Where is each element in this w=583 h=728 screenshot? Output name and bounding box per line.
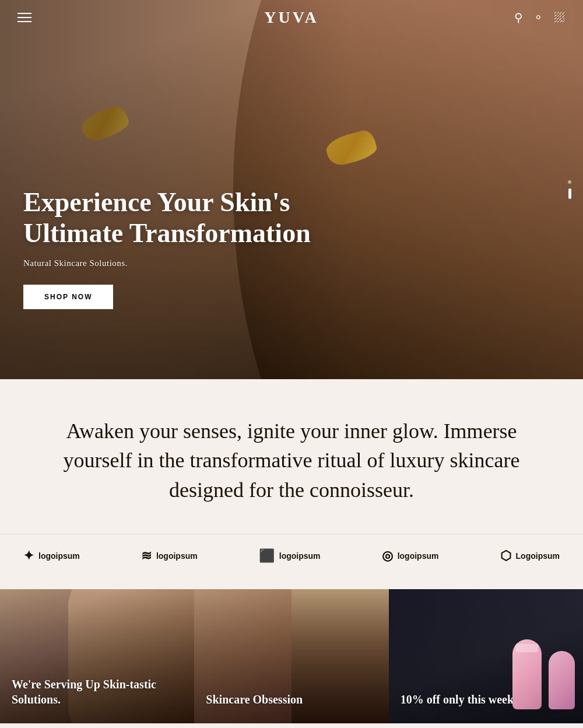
hero-content: Experience Your Skin's Ultimate Transfor… [23, 187, 350, 309]
logo-item-3: ⬛ logoipsum [259, 548, 321, 564]
card-1-label: We're Serving Up Skin-tastic Solutions. [0, 665, 194, 723]
slide-dot-1[interactable] [568, 180, 571, 184]
logo-icon-2: ≋ [141, 548, 152, 564]
tagline-text: Awaken your senses, ignite your inner gl… [58, 416, 525, 505]
product-tube-1 [512, 639, 542, 709]
cart-icon[interactable]: ⛆ [554, 11, 566, 24]
product-tubes [510, 639, 577, 712]
logo-icon-4: ◎ [382, 548, 393, 564]
logo-text-3: logoipsum [279, 551, 321, 561]
hero-title: Experience Your Skin's Ultimate Transfor… [23, 187, 350, 249]
navbar: YUVA ⚲ ⚬ ⛆ [0, 0, 583, 35]
shop-now-button[interactable]: SHOP NOW [23, 285, 113, 309]
card-skincare-obsession[interactable]: Skincare Obsession [194, 589, 388, 723]
slide-dot-2[interactable] [568, 188, 571, 199]
logo-text-5: Logoipsum [516, 551, 560, 561]
hamburger-menu-icon[interactable] [17, 13, 31, 22]
logo-icon-3: ⬛ [259, 548, 275, 564]
nav-left [17, 13, 31, 22]
logo-item-2: ≋ logoipsum [141, 548, 198, 564]
card-skin-tastic[interactable]: We're Serving Up Skin-tastic Solutions. [0, 589, 194, 723]
tagline-section: Awaken your senses, ignite your inner gl… [0, 379, 583, 534]
logo-text-2: logoipsum [156, 551, 198, 561]
logo-item-4: ◎ logoipsum [382, 548, 439, 564]
logo-icon-5: ⬡ [500, 548, 511, 564]
card-discount[interactable]: 10% off only this week [389, 589, 583, 723]
logos-section: ✦ logoipsum ≋ logoipsum ⬛ logoipsum ◎ lo… [0, 534, 583, 589]
hero-section: Experience Your Skin's Ultimate Transfor… [0, 0, 583, 379]
brand-logo[interactable]: YUVA [264, 8, 318, 27]
logo-item-1: ✦ logoipsum [23, 548, 80, 564]
card-2-label: Skincare Obsession [194, 680, 388, 723]
search-icon[interactable]: ⚲ [514, 10, 523, 24]
nav-right: ⚲ ⚬ ⛆ [514, 10, 566, 24]
logo-item-5: ⬡ Logoipsum [500, 548, 560, 564]
account-icon[interactable]: ⚬ [533, 10, 543, 24]
logo-text-1: logoipsum [38, 551, 80, 561]
product-tube-2 [549, 651, 575, 709]
cards-section: We're Serving Up Skin-tastic Solutions. … [0, 589, 583, 723]
logo-text-4: logoipsum [398, 551, 439, 561]
logo-icon-1: ✦ [23, 548, 34, 564]
hero-subtitle: Natural Skincare Solutions. [23, 258, 350, 268]
slide-indicators [568, 180, 571, 199]
